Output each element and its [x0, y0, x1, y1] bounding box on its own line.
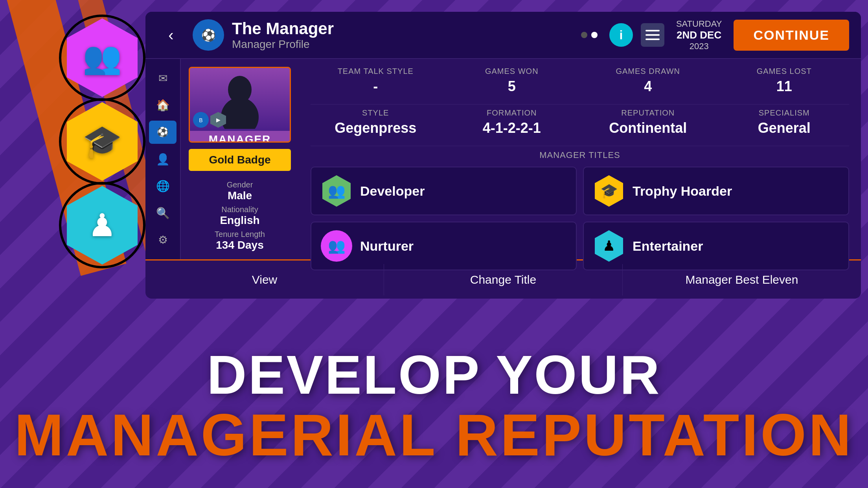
back-button[interactable]: ‹	[157, 21, 185, 49]
nationality-label: Nationality	[189, 205, 291, 214]
team-talk-style-value: -	[311, 78, 441, 95]
info-button[interactable]: i	[609, 23, 633, 47]
stats-row-2: STYLE Gegenpress FORMATION 4-1-2-2-1 REP…	[311, 108, 849, 136]
manager-role-label: MANAGER	[190, 131, 290, 143]
card-avatar-area: B ▶	[190, 68, 290, 131]
people-badge: 👥	[55, 16, 149, 99]
dot-1	[581, 32, 587, 38]
date-year: 2023	[676, 41, 722, 51]
reputation-value: Continental	[583, 120, 713, 136]
date-label: SATURDAY	[676, 19, 722, 29]
titles-grid: 👥 Developer 🎓 Trophy Hoarder 👥 N	[311, 167, 849, 270]
promo-line-2: MANAGERIAL REPUTATION	[15, 405, 853, 464]
formation-value: 4-1-2-2-1	[447, 120, 577, 136]
continue-button[interactable]: CONTINUE	[734, 20, 849, 51]
games-lost-stat: GAMES LOST 11	[719, 67, 850, 95]
manager-details: Gender Male Nationality English Tenure L…	[189, 177, 291, 251]
nav-search[interactable]: 🔍	[149, 202, 177, 225]
developer-icon: 👥	[328, 183, 346, 199]
style-value: Gegenpress	[311, 120, 441, 136]
svg-text:B: B	[199, 117, 202, 123]
specialism-value: General	[719, 120, 850, 136]
header-title-block: The Manager Manager Profile	[232, 19, 581, 51]
date-block: SATURDAY 2ND DEC 2023	[676, 19, 722, 51]
nav-settings[interactable]: ⚙	[149, 228, 177, 251]
games-won-stat: GAMES WON 5	[447, 67, 577, 95]
developer-title-card[interactable]: 👥 Developer	[311, 167, 577, 215]
nationality-value: English	[189, 214, 291, 227]
chess-badge: ♟	[55, 183, 149, 267]
card-club-badges: B ▶	[193, 112, 226, 128]
developer-badge: 👥	[321, 175, 352, 207]
people-icon: 👥	[83, 39, 122, 76]
team-talk-style-stat: TEAM TALK STYLE -	[311, 67, 441, 95]
promo-line-1: DEVELOP YOUR	[207, 347, 661, 402]
manager-best-eleven-button[interactable]: Manager Best Eleven	[623, 264, 861, 295]
menu-line-1	[645, 30, 660, 31]
nav-person[interactable]: 👤	[149, 148, 177, 171]
main-panel: ‹ ⚽ The Manager Manager Profile i SATURD…	[145, 12, 861, 299]
nurturer-title-card[interactable]: 👥 Nurturer	[311, 222, 577, 270]
manager-name: The Manager	[232, 19, 581, 38]
reputation-stat: REPUTATION Continental	[583, 108, 713, 136]
entertainer-icon: ♟	[603, 238, 615, 254]
entertainer-title-name: Entertainer	[633, 238, 703, 254]
menu-line-3	[645, 39, 660, 40]
manager-subtitle: Manager Profile	[232, 38, 581, 51]
secondary-badge: ▶	[210, 112, 226, 128]
manager-card: B ▶ MANAGER Respected Manager Brighton	[189, 67, 291, 143]
svg-point-4	[221, 97, 259, 129]
gender-value: Male	[189, 189, 291, 202]
menu-button[interactable]	[641, 23, 664, 47]
graduation-badge: 🎓	[55, 99, 149, 183]
club-logo-icon: ⚽	[201, 28, 216, 42]
bottom-buttons: View Change Title Manager Best Eleven	[145, 259, 861, 299]
games-drawn-label: GAMES DRAWN	[583, 67, 713, 76]
games-drawn-value: 4	[583, 78, 713, 95]
developer-title-name: Developer	[360, 183, 425, 199]
nav-globe[interactable]: 🌐	[149, 174, 177, 198]
games-lost-label: GAMES LOST	[719, 67, 850, 76]
nurturer-icon: 👥	[328, 238, 346, 254]
brighton-badge: B	[194, 113, 208, 127]
panel-header: ‹ ⚽ The Manager Manager Profile i SATURD…	[145, 12, 861, 59]
dot-2	[591, 32, 598, 38]
promo-bar: DEVELOP YOUR MANAGERIAL REPUTATION	[0, 315, 868, 488]
games-won-value: 5	[447, 78, 577, 95]
tenure-label: Tenure Length	[189, 230, 291, 239]
style-label: STYLE	[311, 108, 441, 117]
tenure-value: 134 Days	[189, 239, 291, 251]
nav-mail[interactable]: ✉	[149, 67, 177, 90]
trophy-hoarder-badge: 🎓	[593, 175, 625, 207]
formation-label: FORMATION	[447, 108, 577, 117]
nurturer-title-name: Nurturer	[360, 238, 414, 254]
chess-icon: ♟	[88, 207, 116, 244]
date-main: 2ND DEC	[676, 29, 722, 41]
gender-label: Gender	[189, 180, 291, 189]
entertainer-title-card[interactable]: ♟ Entertainer	[583, 222, 849, 270]
trophy-hoarder-title-card[interactable]: 🎓 Trophy Hoarder	[583, 167, 849, 215]
stats-divider-1	[311, 104, 849, 105]
trophy-hoarder-icon: 🎓	[600, 183, 618, 199]
graduation-icon: 🎓	[83, 123, 122, 160]
pagination-dots	[581, 32, 598, 38]
view-button[interactable]: View	[145, 264, 384, 295]
nav-club[interactable]: ⚽	[149, 121, 177, 144]
trophy-hoarder-title-name: Trophy Hoarder	[633, 183, 732, 199]
games-won-label: GAMES WON	[447, 67, 577, 76]
specialism-stat: SPECIALISM General	[719, 108, 850, 136]
style-stat: STYLE Gegenpress	[311, 108, 441, 136]
games-lost-value: 11	[719, 78, 850, 95]
stats-divider-2	[311, 146, 849, 146]
nav-home[interactable]: 🏠	[149, 94, 177, 117]
formation-stat: FORMATION 4-1-2-2-1	[447, 108, 577, 136]
reputation-label: REPUTATION	[583, 108, 713, 117]
stats-row-1: TEAM TALK STYLE - GAMES WON 5 GAMES DRAW…	[311, 67, 849, 95]
change-title-button[interactable]: Change Title	[384, 264, 623, 295]
nurturer-badge: 👥	[321, 230, 352, 262]
team-talk-style-label: TEAM TALK STYLE	[311, 67, 441, 76]
entertainer-badge: ♟	[593, 230, 625, 262]
club-badge-sm: B	[193, 112, 209, 128]
manager-card-area: B ▶ MANAGER Respected Manager Brighton G…	[181, 59, 299, 259]
menu-line-2	[645, 34, 660, 36]
